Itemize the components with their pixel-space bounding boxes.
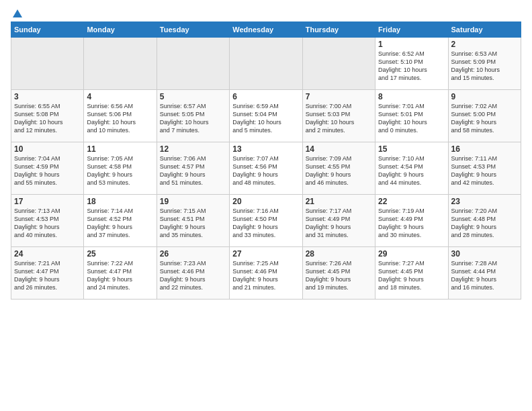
day-number: 10 bbox=[14, 144, 81, 154]
calendar-cell: 11Sunrise: 7:05 AM Sunset: 4:58 PM Dayli… bbox=[84, 142, 157, 195]
header-monday: Monday bbox=[84, 22, 157, 38]
day-number: 6 bbox=[232, 92, 299, 101]
day-number: 3 bbox=[14, 92, 81, 101]
day-number: 25 bbox=[87, 249, 153, 259]
calendar-cell: 13Sunrise: 7:07 AM Sunset: 4:56 PM Dayli… bbox=[230, 142, 302, 195]
day-number: 24 bbox=[14, 249, 81, 259]
day-info: Sunrise: 6:57 AM Sunset: 5:05 PM Dayligh… bbox=[160, 102, 226, 135]
logo bbox=[11, 8, 24, 16]
day-info: Sunrise: 7:20 AM Sunset: 4:48 PM Dayligh… bbox=[451, 207, 518, 240]
calendar-cell: 23Sunrise: 7:20 AM Sunset: 4:48 PM Dayli… bbox=[448, 195, 521, 247]
day-info: Sunrise: 7:15 AM Sunset: 4:51 PM Dayligh… bbox=[160, 207, 226, 240]
day-number: 28 bbox=[306, 249, 372, 259]
page-header bbox=[11, 8, 521, 16]
week-row-1: 1Sunrise: 6:52 AM Sunset: 5:10 PM Daylig… bbox=[11, 38, 521, 90]
day-info: Sunrise: 7:21 AM Sunset: 4:47 PM Dayligh… bbox=[14, 259, 81, 292]
calendar-cell bbox=[302, 38, 375, 90]
calendar-cell: 9Sunrise: 7:02 AM Sunset: 5:00 PM Daylig… bbox=[448, 90, 521, 142]
day-info: Sunrise: 7:01 AM Sunset: 5:01 PM Dayligh… bbox=[378, 102, 445, 135]
day-info: Sunrise: 7:10 AM Sunset: 4:54 PM Dayligh… bbox=[378, 154, 445, 187]
day-info: Sunrise: 7:22 AM Sunset: 4:47 PM Dayligh… bbox=[87, 259, 153, 292]
calendar-cell: 5Sunrise: 6:57 AM Sunset: 5:05 PM Daylig… bbox=[157, 90, 229, 142]
day-info: Sunrise: 7:02 AM Sunset: 5:00 PM Dayligh… bbox=[451, 102, 518, 135]
day-number: 14 bbox=[306, 144, 372, 154]
day-number: 2 bbox=[451, 40, 518, 49]
calendar-cell: 15Sunrise: 7:10 AM Sunset: 4:54 PM Dayli… bbox=[375, 142, 448, 195]
day-number: 18 bbox=[87, 197, 153, 206]
header-friday: Friday bbox=[375, 22, 448, 38]
day-number: 17 bbox=[14, 197, 81, 206]
header-sunday: Sunday bbox=[11, 22, 84, 38]
calendar-cell: 29Sunrise: 7:27 AM Sunset: 4:45 PM Dayli… bbox=[375, 247, 448, 300]
week-row-4: 17Sunrise: 7:13 AM Sunset: 4:53 PM Dayli… bbox=[11, 195, 521, 247]
calendar-cell: 20Sunrise: 7:16 AM Sunset: 4:50 PM Dayli… bbox=[230, 195, 302, 247]
header-wednesday: Wednesday bbox=[230, 22, 302, 38]
calendar-cell: 24Sunrise: 7:21 AM Sunset: 4:47 PM Dayli… bbox=[11, 247, 84, 300]
calendar-header-row: SundayMondayTuesdayWednesdayThursdayFrid… bbox=[11, 22, 521, 38]
calendar-cell: 30Sunrise: 7:28 AM Sunset: 4:44 PM Dayli… bbox=[448, 247, 521, 300]
calendar-table: SundayMondayTuesdayWednesdayThursdayFrid… bbox=[11, 21, 521, 300]
day-info: Sunrise: 6:52 AM Sunset: 5:10 PM Dayligh… bbox=[378, 50, 445, 83]
calendar-cell: 28Sunrise: 7:26 AM Sunset: 4:45 PM Dayli… bbox=[302, 247, 375, 300]
day-info: Sunrise: 7:09 AM Sunset: 4:55 PM Dayligh… bbox=[306, 154, 372, 187]
day-info: Sunrise: 7:25 AM Sunset: 4:46 PM Dayligh… bbox=[232, 259, 299, 292]
day-number: 19 bbox=[160, 197, 226, 206]
calendar-cell: 14Sunrise: 7:09 AM Sunset: 4:55 PM Dayli… bbox=[302, 142, 375, 195]
day-number: 5 bbox=[160, 92, 226, 101]
day-info: Sunrise: 7:19 AM Sunset: 4:49 PM Dayligh… bbox=[378, 207, 445, 240]
day-number: 16 bbox=[451, 144, 518, 154]
calendar-cell: 8Sunrise: 7:01 AM Sunset: 5:01 PM Daylig… bbox=[375, 90, 448, 142]
day-number: 20 bbox=[232, 197, 299, 206]
svg-marker-0 bbox=[13, 9, 22, 17]
logo-icon bbox=[11, 8, 24, 20]
day-number: 29 bbox=[378, 249, 445, 259]
calendar-cell: 2Sunrise: 6:53 AM Sunset: 5:09 PM Daylig… bbox=[448, 38, 521, 90]
week-row-5: 24Sunrise: 7:21 AM Sunset: 4:47 PM Dayli… bbox=[11, 247, 521, 300]
day-info: Sunrise: 6:56 AM Sunset: 5:06 PM Dayligh… bbox=[87, 102, 153, 135]
day-number: 7 bbox=[306, 92, 372, 101]
day-number: 23 bbox=[451, 197, 518, 206]
day-info: Sunrise: 7:23 AM Sunset: 4:46 PM Dayligh… bbox=[160, 259, 226, 292]
day-number: 13 bbox=[232, 144, 299, 154]
day-number: 15 bbox=[378, 144, 445, 154]
calendar-cell: 10Sunrise: 7:04 AM Sunset: 4:59 PM Dayli… bbox=[11, 142, 84, 195]
header-tuesday: Tuesday bbox=[157, 22, 229, 38]
calendar-cell: 19Sunrise: 7:15 AM Sunset: 4:51 PM Dayli… bbox=[157, 195, 229, 247]
day-info: Sunrise: 7:06 AM Sunset: 4:57 PM Dayligh… bbox=[160, 154, 226, 187]
calendar-cell bbox=[11, 38, 84, 90]
day-info: Sunrise: 6:55 AM Sunset: 5:08 PM Dayligh… bbox=[14, 102, 81, 135]
calendar-cell: 4Sunrise: 6:56 AM Sunset: 5:06 PM Daylig… bbox=[84, 90, 157, 142]
day-info: Sunrise: 7:27 AM Sunset: 4:45 PM Dayligh… bbox=[378, 259, 445, 292]
day-number: 30 bbox=[451, 249, 518, 259]
calendar-cell: 26Sunrise: 7:23 AM Sunset: 4:46 PM Dayli… bbox=[157, 247, 229, 300]
day-info: Sunrise: 7:00 AM Sunset: 5:03 PM Dayligh… bbox=[306, 102, 372, 135]
day-number: 4 bbox=[87, 92, 153, 101]
day-info: Sunrise: 6:53 AM Sunset: 5:09 PM Dayligh… bbox=[451, 50, 518, 83]
day-info: Sunrise: 7:13 AM Sunset: 4:53 PM Dayligh… bbox=[14, 207, 81, 240]
day-info: Sunrise: 7:07 AM Sunset: 4:56 PM Dayligh… bbox=[232, 154, 299, 187]
calendar-cell: 7Sunrise: 7:00 AM Sunset: 5:03 PM Daylig… bbox=[302, 90, 375, 142]
day-info: Sunrise: 7:11 AM Sunset: 4:53 PM Dayligh… bbox=[451, 154, 518, 187]
header-thursday: Thursday bbox=[302, 22, 375, 38]
day-info: Sunrise: 7:17 AM Sunset: 4:49 PM Dayligh… bbox=[306, 207, 372, 240]
week-row-3: 10Sunrise: 7:04 AM Sunset: 4:59 PM Dayli… bbox=[11, 142, 521, 195]
calendar-cell bbox=[84, 38, 157, 90]
calendar-cell: 27Sunrise: 7:25 AM Sunset: 4:46 PM Dayli… bbox=[230, 247, 302, 300]
calendar-cell: 12Sunrise: 7:06 AM Sunset: 4:57 PM Dayli… bbox=[157, 142, 229, 195]
calendar-cell bbox=[230, 38, 302, 90]
day-info: Sunrise: 6:59 AM Sunset: 5:04 PM Dayligh… bbox=[232, 102, 299, 135]
day-number: 9 bbox=[451, 92, 518, 101]
calendar-cell: 16Sunrise: 7:11 AM Sunset: 4:53 PM Dayli… bbox=[448, 142, 521, 195]
day-number: 22 bbox=[378, 197, 445, 206]
calendar-cell: 22Sunrise: 7:19 AM Sunset: 4:49 PM Dayli… bbox=[375, 195, 448, 247]
calendar-cell: 21Sunrise: 7:17 AM Sunset: 4:49 PM Dayli… bbox=[302, 195, 375, 247]
day-info: Sunrise: 7:26 AM Sunset: 4:45 PM Dayligh… bbox=[306, 259, 372, 292]
header-saturday: Saturday bbox=[448, 22, 521, 38]
calendar-cell: 17Sunrise: 7:13 AM Sunset: 4:53 PM Dayli… bbox=[11, 195, 84, 247]
day-info: Sunrise: 7:04 AM Sunset: 4:59 PM Dayligh… bbox=[14, 154, 81, 187]
calendar-cell: 6Sunrise: 6:59 AM Sunset: 5:04 PM Daylig… bbox=[230, 90, 302, 142]
calendar-cell: 1Sunrise: 6:52 AM Sunset: 5:10 PM Daylig… bbox=[375, 38, 448, 90]
day-number: 21 bbox=[306, 197, 372, 206]
day-number: 26 bbox=[160, 249, 226, 259]
calendar-cell bbox=[157, 38, 229, 90]
